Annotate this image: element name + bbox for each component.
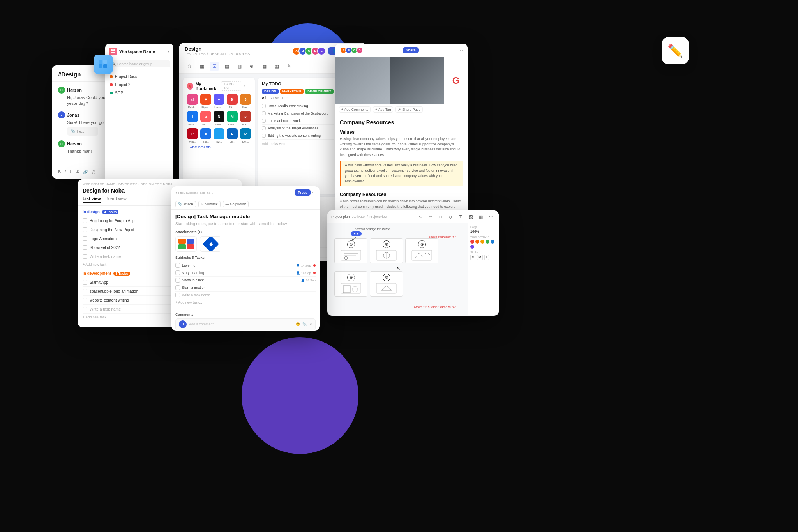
share-button[interactable]: Share: [403, 47, 418, 53]
diamond-tool[interactable]: ◇: [447, 213, 454, 221]
checkbox[interactable]: [262, 134, 266, 138]
add-tasks-link[interactable]: Add Tasks Here: [262, 140, 334, 148]
task-checkbox[interactable]: [83, 245, 87, 250]
bookmark-item[interactable]: MMedi...: [227, 111, 238, 126]
toolbar-table2-icon[interactable]: ▥: [235, 62, 244, 71]
sidebar-item-project2[interactable]: Project 2: [105, 81, 173, 89]
at-button[interactable]: @: [91, 169, 96, 175]
comment-input[interactable]: J Add a comment... 😊 📎 ↗: [175, 318, 316, 330]
bookmark-item[interactable]: 5Five...: [240, 94, 251, 109]
bookmark-item[interactable]: NNew...: [214, 111, 224, 126]
toolbar-calendar-icon[interactable]: ▦: [260, 62, 269, 71]
toolbar-grid-icon[interactable]: ▦: [197, 62, 207, 71]
bold-button[interactable]: B: [57, 169, 62, 175]
attachment-icon[interactable]: 📎: [302, 322, 307, 326]
checkbox[interactable]: [262, 104, 266, 108]
filter-active[interactable]: Active: [270, 96, 279, 100]
bookmark-item[interactable]: BBgl...: [200, 128, 211, 143]
task-checkbox[interactable]: [83, 298, 87, 302]
sidebar-item-sop[interactable]: SOP: [105, 89, 173, 97]
filter-all[interactable]: All: [262, 96, 267, 100]
shape-tool[interactable]: □: [436, 213, 444, 221]
strikethrough-button[interactable]: S: [76, 169, 80, 175]
media-inner: G: [335, 57, 468, 104]
toolbar-gantt-icon[interactable]: ▧: [272, 62, 281, 71]
underline-button[interactable]: U: [69, 169, 73, 175]
more-options-icon[interactable]: ⋯: [458, 48, 463, 53]
add-subtask-button[interactable]: + Add new task...: [175, 299, 316, 306]
pen-tool[interactable]: ✏: [426, 213, 434, 221]
priority-button[interactable]: ― No priority: [223, 201, 249, 207]
bookmark-item[interactable]: fFace...: [187, 111, 198, 126]
color-swatch-purple[interactable]: [470, 245, 474, 249]
more-tool[interactable]: ⋯: [487, 213, 495, 221]
add-board-button[interactable]: + ADD BOARD: [187, 145, 211, 149]
bookmark-item[interactable]: 999d...: [227, 94, 238, 109]
stroke-l[interactable]: L: [484, 255, 489, 260]
bookmark-item[interactable]: DDel...: [240, 128, 251, 143]
tab-list-view[interactable]: List view: [83, 196, 101, 203]
task-checkbox[interactable]: [83, 254, 87, 259]
subtask-checkbox[interactable]: [175, 278, 180, 283]
task-checkbox[interactable]: [83, 236, 87, 241]
workspace-search-input[interactable]: 🔍 Search board or group: [108, 60, 170, 67]
cursor-tool[interactable]: ↖: [416, 213, 424, 221]
checkbox[interactable]: [262, 111, 266, 115]
text-tool[interactable]: T: [457, 213, 464, 221]
external-link-icon[interactable]: ↗: [243, 84, 246, 88]
add-tag-button[interactable]: + Add Tag: [373, 106, 393, 113]
tab-board-view[interactable]: Board view: [105, 196, 126, 203]
emoji-icon[interactable]: 😊: [296, 322, 300, 326]
bookmark-item[interactable]: dDribb...: [187, 94, 198, 109]
stroke-s[interactable]: S: [470, 255, 475, 260]
bookmark-item[interactable]: TTwit...: [214, 128, 224, 143]
color-swatch-yellow[interactable]: [480, 240, 484, 244]
subtask-checkbox[interactable]: [175, 270, 180, 275]
share-page-button[interactable]: ↗ Share Page: [395, 106, 423, 113]
bm-icon: D: [240, 128, 251, 139]
stroke-m[interactable]: M: [477, 255, 483, 260]
bookmark-item[interactable]: FFigm...: [200, 94, 211, 109]
subtask-checkbox[interactable]: [175, 285, 180, 290]
bookmark-item[interactable]: LLin...: [227, 128, 238, 143]
task-checkbox[interactable]: [83, 289, 87, 293]
task-checkbox[interactable]: [83, 227, 87, 232]
color-swatch-green[interactable]: [486, 240, 489, 244]
checkbox[interactable]: [262, 126, 266, 130]
more-icon[interactable]: ⋯: [247, 84, 251, 88]
subtask-button[interactable]: ↳ Subtask: [198, 201, 221, 207]
attach-button[interactable]: 📎 Attach: [175, 201, 196, 207]
color-swatch-blue[interactable]: [491, 240, 494, 244]
workspace-search-container[interactable]: 🔍 Search board or group: [105, 58, 173, 70]
task-checkbox[interactable]: [83, 280, 87, 285]
toolbar-pen-icon[interactable]: ✎: [284, 62, 294, 71]
image-tool[interactable]: 🖼: [467, 213, 475, 221]
bookmark-item[interactable]: ●Loom...: [214, 94, 224, 109]
task-checkbox[interactable]: [83, 307, 87, 311]
bookmark-item[interactable]: aAirb...: [200, 111, 211, 126]
subtask-checkbox[interactable]: [175, 293, 180, 297]
task-checkbox[interactable]: [83, 218, 87, 223]
toolbar-table-icon[interactable]: ▤: [222, 62, 231, 71]
toolbar-check-icon[interactable]: ☑: [210, 62, 219, 71]
checkbox[interactable]: [262, 119, 266, 123]
tag-design: DESIGN: [262, 89, 279, 94]
italic-button[interactable]: I: [64, 169, 67, 175]
add-comments-button[interactable]: + Add Comments: [339, 106, 371, 113]
bookmark-item[interactable]: pPbs...: [240, 111, 251, 126]
send-icon[interactable]: ↗: [309, 322, 312, 326]
link-button[interactable]: 🔗: [82, 169, 88, 175]
toolbar-star-icon[interactable]: ☆: [185, 62, 194, 71]
more-options-icon[interactable]: ⋯: [312, 191, 316, 194]
highlight-button[interactable]: ● ●: [351, 231, 362, 236]
task-status-button[interactable]: Press: [295, 189, 311, 196]
grid-tool[interactable]: ▦: [477, 213, 485, 221]
sidebar-item-project-docs[interactable]: Project Docs: [105, 72, 173, 81]
subtask-checkbox[interactable]: [175, 263, 180, 268]
toolbar-feed-icon[interactable]: ⊕: [247, 62, 256, 71]
filter-done[interactable]: Done: [282, 96, 291, 100]
color-swatch-orange[interactable]: [475, 240, 479, 244]
add-tag-button[interactable]: + ADD TAG: [221, 81, 241, 91]
bookmark-item[interactable]: PPint...: [187, 128, 198, 143]
color-swatch-red[interactable]: [470, 240, 474, 244]
